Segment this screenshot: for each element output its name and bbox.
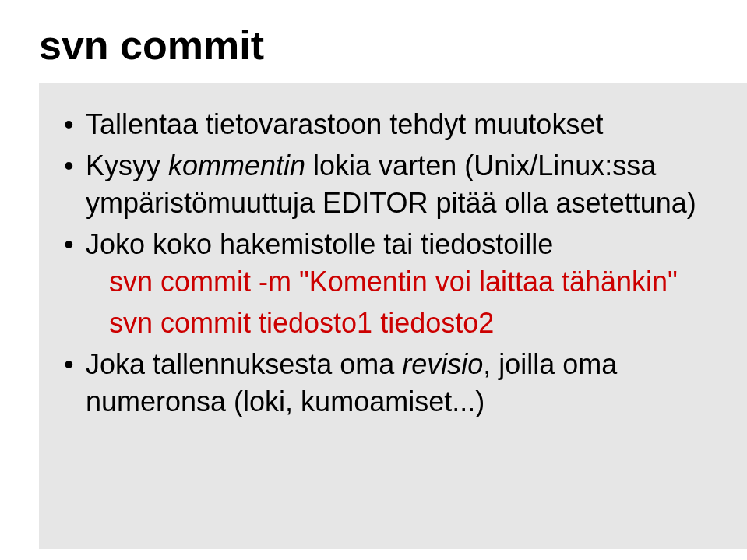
bullet-item: Joka tallennuksesta oma revisio, joilla … bbox=[86, 346, 724, 421]
bullet-item: Joko koko hakemistolle tai tiedostoille … bbox=[86, 226, 724, 343]
bullet-italic: revisio bbox=[402, 348, 483, 380]
title-area: svn commit bbox=[0, 0, 747, 83]
bullet-text: Kysyy bbox=[86, 150, 168, 181]
bullet-list: Tallentaa tietovarastoon tehdyt muutokse… bbox=[62, 106, 724, 421]
bullet-item: Tallentaa tietovarastoon tehdyt muutokse… bbox=[86, 106, 724, 144]
bullet-text: Tallentaa tietovarastoon tehdyt muutokse… bbox=[86, 108, 603, 140]
bullet-italic: kommentin bbox=[168, 150, 305, 181]
bullet-text: Joka tallennuksesta oma bbox=[86, 348, 402, 380]
code-subline: svn commit -m "Komentin voi laittaa tähä… bbox=[86, 263, 724, 301]
slide: svn commit Tallentaa tietovarastoon tehd… bbox=[0, 0, 747, 560]
bullet-text: Joko koko hakemistolle tai tiedostoille bbox=[86, 228, 553, 260]
bullet-item: Kysyy kommentin lokia varten (Unix/Linux… bbox=[86, 147, 724, 223]
code-subline: svn commit tiedosto1 tiedosto2 bbox=[86, 305, 724, 343]
slide-title: svn commit bbox=[39, 22, 716, 69]
content-area: Tallentaa tietovarastoon tehdyt muutokse… bbox=[39, 83, 747, 549]
